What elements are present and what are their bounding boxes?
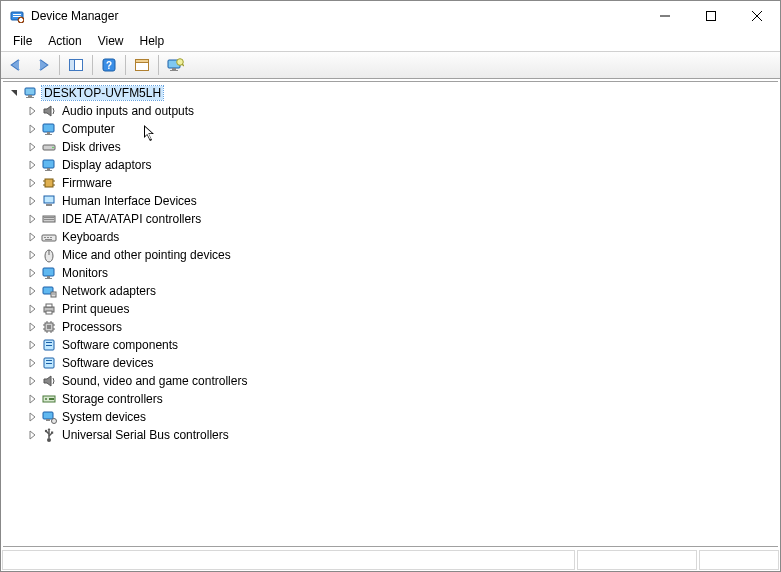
- svg-rect-70: [46, 345, 52, 346]
- svg-rect-23: [26, 97, 34, 98]
- tree-node[interactable]: Software devices: [7, 354, 778, 372]
- device-tree-pane[interactable]: DESKTOP-UVFM5LHAudio inputs and outputsC…: [3, 81, 778, 547]
- svg-rect-44: [47, 237, 49, 238]
- expand-collapse-icon[interactable]: [25, 410, 39, 424]
- svg-rect-21: [25, 88, 35, 95]
- menu-help[interactable]: Help: [132, 32, 173, 50]
- expand-collapse-icon[interactable]: [25, 428, 39, 442]
- close-button[interactable]: [734, 1, 780, 31]
- printer-icon: [41, 301, 57, 317]
- tree-node[interactable]: Software components: [7, 336, 778, 354]
- menu-action[interactable]: Action: [40, 32, 89, 50]
- svg-rect-7: [707, 12, 716, 21]
- tree-node-label: System devices: [60, 410, 148, 424]
- toolbar-separator: [59, 55, 60, 75]
- tree-node[interactable]: Sound, video and game controllers: [7, 372, 778, 390]
- toolbar-separator: [125, 55, 126, 75]
- toolbar-separator: [92, 55, 93, 75]
- tree-node-label: Software components: [60, 338, 180, 352]
- expand-collapse-icon[interactable]: [25, 122, 39, 136]
- minimize-button[interactable]: [642, 1, 688, 31]
- back-button[interactable]: [5, 54, 29, 76]
- svg-point-79: [52, 419, 57, 424]
- tree-node[interactable]: System devices: [7, 408, 778, 426]
- tree-node[interactable]: Computer: [7, 120, 778, 138]
- monitor-icon: [41, 157, 57, 173]
- svg-rect-78: [46, 419, 50, 421]
- tree-node[interactable]: Storage controllers: [7, 390, 778, 408]
- expand-collapse-icon[interactable]: [25, 194, 39, 208]
- window-controls: [642, 1, 780, 31]
- monitor-icon: [41, 121, 57, 137]
- tree-root[interactable]: DESKTOP-UVFM5LH: [7, 84, 778, 102]
- svg-rect-22: [28, 95, 32, 97]
- svg-rect-25: [47, 132, 50, 134]
- svg-rect-15: [136, 60, 149, 63]
- scan-hardware-button[interactable]: [163, 54, 187, 76]
- tree-node[interactable]: Processors: [7, 318, 778, 336]
- expand-collapse-icon[interactable]: [25, 302, 39, 316]
- tree-node-label: Universal Serial Bus controllers: [60, 428, 231, 442]
- tree-root-label: DESKTOP-UVFM5LH: [42, 86, 163, 100]
- expand-collapse-icon[interactable]: [25, 212, 39, 226]
- expand-collapse-icon[interactable]: [25, 266, 39, 280]
- hid-icon: [41, 193, 57, 209]
- tree-node[interactable]: Disk drives: [7, 138, 778, 156]
- tree-node-label: Print queues: [60, 302, 131, 316]
- expand-collapse-icon[interactable]: [7, 86, 21, 100]
- tree-node-label: Processors: [60, 320, 124, 334]
- tree-node-label: Computer: [60, 122, 117, 136]
- svg-rect-56: [46, 304, 52, 307]
- expand-collapse-icon[interactable]: [25, 176, 39, 190]
- tree-node[interactable]: Human Interface Devices: [7, 192, 778, 210]
- tree-node-label: Firmware: [60, 176, 114, 190]
- tree-node[interactable]: Universal Serial Bus controllers: [7, 426, 778, 444]
- status-pane-3: [699, 550, 779, 570]
- tree-node[interactable]: Mice and other pointing devices: [7, 246, 778, 264]
- svg-rect-73: [46, 363, 52, 364]
- svg-point-80: [47, 438, 51, 442]
- properties-button[interactable]: [130, 54, 154, 76]
- tree-node[interactable]: Firmware: [7, 174, 778, 192]
- tree-node[interactable]: Monitors: [7, 264, 778, 282]
- show-hide-tree-button[interactable]: [64, 54, 88, 76]
- maximize-button[interactable]: [688, 1, 734, 31]
- svg-rect-17: [172, 68, 176, 70]
- expand-collapse-icon[interactable]: [25, 248, 39, 262]
- expand-collapse-icon[interactable]: [25, 158, 39, 172]
- svg-rect-72: [46, 360, 52, 361]
- svg-rect-59: [47, 325, 51, 329]
- expand-collapse-icon[interactable]: [25, 140, 39, 154]
- expand-collapse-icon[interactable]: [25, 284, 39, 298]
- svg-rect-85: [51, 432, 53, 434]
- expand-collapse-icon[interactable]: [25, 356, 39, 370]
- svg-rect-37: [44, 196, 54, 203]
- tree-node-label: Storage controllers: [60, 392, 165, 406]
- svg-rect-57: [46, 311, 52, 314]
- tree-node[interactable]: IDE ATA/ATAPI controllers: [7, 210, 778, 228]
- cpu-icon: [41, 319, 57, 335]
- svg-rect-31: [45, 170, 52, 171]
- menu-file[interactable]: File: [5, 32, 40, 50]
- tree-node[interactable]: Network adapters: [7, 282, 778, 300]
- svg-rect-45: [50, 237, 52, 238]
- expand-collapse-icon[interactable]: [25, 230, 39, 244]
- tree-node[interactable]: Print queues: [7, 300, 778, 318]
- expand-collapse-icon[interactable]: [25, 338, 39, 352]
- tree-node[interactable]: Keyboards: [7, 228, 778, 246]
- menu-view[interactable]: View: [90, 32, 132, 50]
- tree-node[interactable]: Display adaptors: [7, 156, 778, 174]
- tree-node-label: Monitors: [60, 266, 110, 280]
- expand-collapse-icon[interactable]: [25, 104, 39, 118]
- expand-collapse-icon[interactable]: [25, 320, 39, 334]
- help-button[interactable]: ?: [97, 54, 121, 76]
- forward-button[interactable]: [31, 54, 55, 76]
- menubar: File Action View Help: [1, 31, 780, 51]
- expand-collapse-icon[interactable]: [25, 392, 39, 406]
- svg-rect-18: [170, 70, 178, 71]
- keyboard-icon: [41, 229, 57, 245]
- expand-collapse-icon[interactable]: [25, 374, 39, 388]
- tree-node-label: Disk drives: [60, 140, 123, 154]
- tree-node[interactable]: Audio inputs and outputs: [7, 102, 778, 120]
- software-icon: [41, 355, 57, 371]
